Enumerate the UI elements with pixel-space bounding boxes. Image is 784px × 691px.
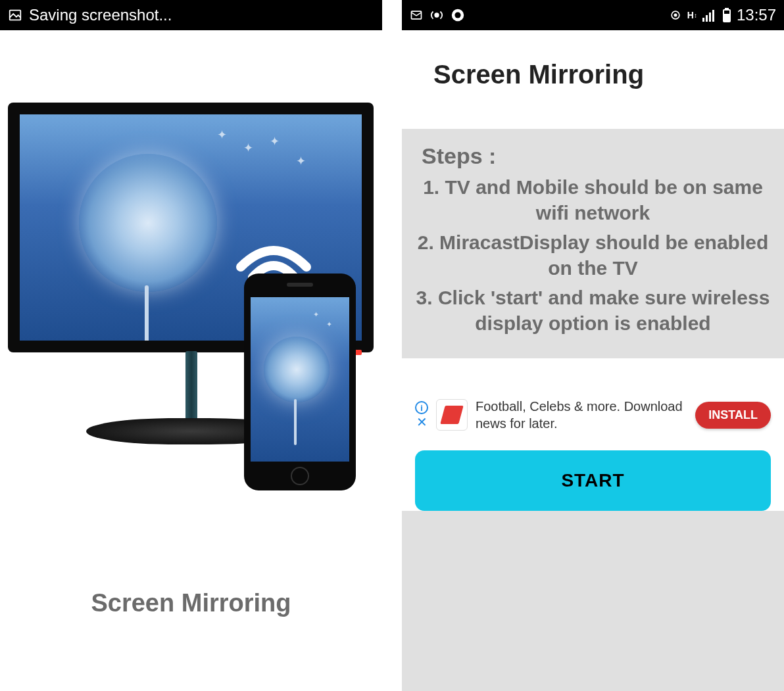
svg-point-5 — [454, 12, 460, 18]
left-title: Screen Mirroring — [0, 589, 382, 617]
svg-rect-8 — [702, 18, 704, 22]
step-1: 1. TV and Mobile should be on same wifi … — [415, 174, 771, 226]
svg-point-7 — [674, 14, 676, 16]
bottom-grey-area — [402, 511, 784, 691]
ad-app-icon[interactable] — [436, 399, 468, 431]
ad-close-icon[interactable]: ✕ — [416, 416, 428, 429]
hotspot-icon — [429, 9, 444, 22]
image-icon — [8, 8, 22, 22]
svg-rect-11 — [712, 10, 714, 22]
status-bar-right: H↕ 13:57 — [402, 0, 784, 30]
steps-heading: Steps : — [422, 143, 771, 169]
location-icon — [669, 9, 682, 22]
svg-rect-13 — [725, 9, 728, 10]
svg-point-3 — [435, 13, 439, 17]
status-text: Saving screenshot... — [29, 6, 172, 24]
start-button[interactable]: START — [415, 450, 771, 511]
mail-icon — [410, 9, 423, 22]
circle-icon — [451, 8, 465, 22]
svg-rect-14 — [724, 14, 729, 21]
svg-rect-9 — [706, 15, 708, 22]
status-time: 13:57 — [737, 6, 776, 24]
page-title: Screen Mirroring — [433, 60, 784, 89]
right-screenshot: H↕ 13:57 Screen Mirroring Steps : 1. TV … — [402, 0, 784, 691]
data-icon: H↕ — [687, 10, 697, 20]
ad-banner: i ✕ Football, Celebs & more. Download ne… — [415, 398, 771, 432]
step-2: 2. MiracastDisplay should be enabled on … — [415, 229, 771, 281]
battery-icon — [722, 8, 731, 22]
svg-rect-10 — [709, 12, 711, 22]
step-3: 3. Click 'start' and make sure wireless … — [415, 285, 771, 336]
phone-graphic: ✦ ✦ — [244, 274, 356, 490]
status-bar-left: Saving screenshot... — [0, 0, 382, 30]
steps-box: Steps : 1. TV and Mobile should be on sa… — [402, 129, 784, 358]
ad-text: Football, Celebs & more. Download news f… — [476, 398, 687, 432]
ad-info-icon[interactable]: i — [415, 401, 428, 414]
hero-illustration: ✦ ✦ ✦ ✦ ✦ — [0, 103, 382, 510]
install-button[interactable]: INSTALL — [695, 402, 771, 429]
signal-icon — [702, 9, 717, 22]
left-screenshot: Saving screenshot... ✦ ✦ ✦ ✦ — [0, 0, 382, 691]
